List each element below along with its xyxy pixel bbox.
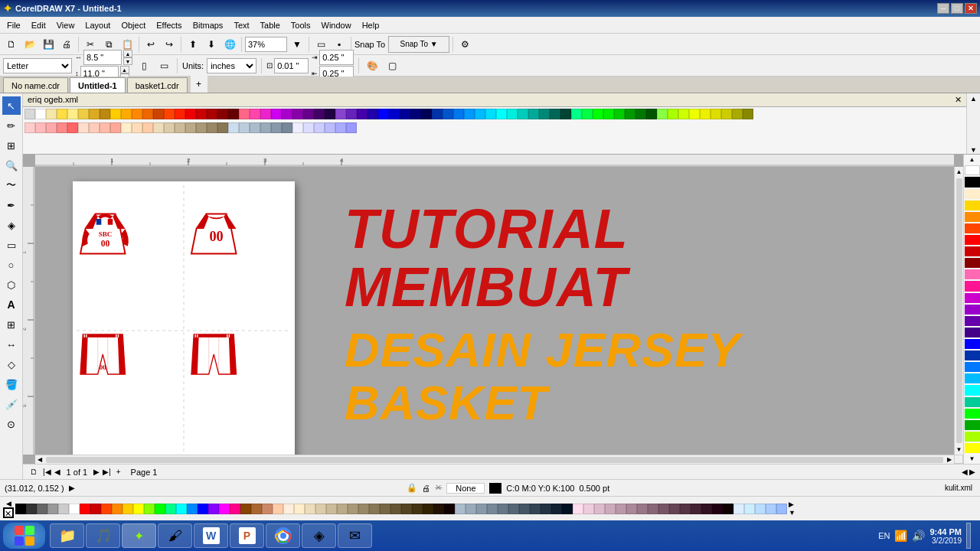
no-fill-swatch[interactable]: ✕: [3, 507, 14, 518]
bottom-palette-right-btn[interactable]: ▶: [789, 500, 795, 508]
bottom-swatch[interactable]: [626, 504, 637, 514]
swatch[interactable]: [142, 109, 153, 119]
bottom-swatch[interactable]: [380, 504, 390, 514]
bottom-swatch[interactable]: [519, 504, 530, 514]
menu-tools[interactable]: Tools: [286, 19, 316, 31]
bottom-swatch[interactable]: [433, 504, 444, 514]
bottom-swatch[interactable]: [530, 504, 541, 514]
nudge1-input[interactable]: 0.01 ": [274, 58, 309, 73]
bottom-swatch[interactable]: [680, 504, 691, 514]
palette-lightblue[interactable]: [965, 362, 980, 372]
taskbar-file-manager[interactable]: 📁: [50, 523, 84, 548]
bottom-swatch[interactable]: [476, 504, 487, 514]
swatch[interactable]: [303, 122, 314, 133]
swatch[interactable]: [603, 109, 614, 119]
bottom-swatch[interactable]: [605, 504, 616, 514]
bottom-swatch[interactable]: [733, 504, 744, 514]
new-button[interactable]: 🗋: [3, 36, 20, 53]
scroll-right-btn[interactable]: ▶: [945, 456, 954, 463]
coord-arrow[interactable]: ▶: [69, 484, 75, 492]
swatch[interactable]: [464, 109, 475, 119]
width-down[interactable]: ▼: [123, 57, 132, 65]
menu-text[interactable]: Text: [228, 19, 254, 31]
swatch[interactable]: [175, 122, 185, 133]
swatch[interactable]: [314, 122, 325, 133]
polygon-tool[interactable]: ⬡: [2, 276, 21, 294]
shape-tool[interactable]: ▭: [2, 236, 21, 254]
swatch[interactable]: [196, 122, 207, 133]
swatch[interactable]: [432, 109, 443, 119]
bottom-swatch[interactable]: [455, 504, 466, 514]
bottom-swatch[interactable]: [37, 504, 47, 514]
swatch[interactable]: [485, 109, 496, 119]
palette-red[interactable]: [965, 235, 980, 245]
swatch[interactable]: [743, 109, 753, 119]
bottom-swatch[interactable]: [240, 504, 251, 514]
page-bg-button[interactable]: 🎨: [364, 57, 381, 74]
height-up[interactable]: ▲: [120, 66, 129, 73]
outline-tool[interactable]: ⊙: [2, 415, 21, 433]
bottom-swatch[interactable]: [466, 504, 476, 514]
swatch[interactable]: [496, 109, 507, 119]
undo-button[interactable]: ↩: [142, 36, 159, 53]
bottom-swatch[interactable]: [573, 504, 583, 514]
bottom-swatch[interactable]: [712, 504, 723, 514]
bottom-swatch[interactable]: [26, 504, 37, 514]
select-tool[interactable]: ↖: [2, 96, 21, 115]
palette-lightyellow[interactable]: [965, 189, 980, 199]
bottom-swatch[interactable]: [487, 504, 498, 514]
swatch[interactable]: [89, 122, 100, 133]
swatch[interactable]: [121, 122, 132, 133]
bottom-swatch[interactable]: [208, 504, 219, 514]
scroll-up-btn[interactable]: ▲: [956, 167, 962, 177]
palette-orangered[interactable]: [965, 223, 980, 233]
interactive-tool[interactable]: ◇: [2, 355, 21, 373]
menu-bitmaps[interactable]: Bitmaps: [188, 19, 229, 31]
bottom-swatch[interactable]: [326, 504, 337, 514]
swatch[interactable]: [153, 122, 164, 133]
swatch[interactable]: [700, 109, 710, 119]
bottom-swatch[interactable]: [412, 504, 423, 514]
menu-edit[interactable]: Edit: [26, 19, 51, 31]
swatch[interactable]: [239, 122, 250, 133]
bottom-swatch[interactable]: [122, 504, 133, 514]
swatch[interactable]: [528, 109, 539, 119]
page-border-button[interactable]: ▢: [384, 57, 400, 74]
swatch[interactable]: [582, 109, 593, 119]
tab-untitled[interactable]: Untitled-1: [70, 77, 126, 93]
h-scrollbar[interactable]: ◀ ▶: [35, 455, 954, 464]
print-button[interactable]: 🖨: [58, 36, 75, 53]
swatch[interactable]: [121, 109, 132, 119]
publish-button[interactable]: 🌐: [221, 36, 238, 53]
palette-gold[interactable]: [965, 201, 980, 210]
palette-lime[interactable]: [965, 432, 980, 442]
bottom-swatch[interactable]: [390, 504, 401, 514]
scroll-down-btn[interactable]: ▼: [956, 445, 962, 455]
swatch[interactable]: [196, 109, 207, 119]
bottom-swatch[interactable]: [305, 504, 315, 514]
palette-cyan[interactable]: [965, 385, 980, 395]
width-input[interactable]: 8.5 ": [83, 50, 122, 65]
bottom-swatch[interactable]: [58, 504, 69, 514]
bottom-swatch[interactable]: [251, 504, 262, 514]
bottom-swatch[interactable]: [69, 504, 80, 514]
bottom-swatch[interactable]: [15, 504, 26, 514]
bottom-swatch[interactable]: [369, 504, 380, 514]
swatch[interactable]: [678, 109, 689, 119]
crop-tool[interactable]: ⊞: [2, 136, 21, 155]
swatch[interactable]: [593, 109, 603, 119]
bottom-swatch[interactable]: [766, 504, 776, 514]
bottom-swatch[interactable]: [776, 504, 787, 514]
menu-object[interactable]: Object: [116, 19, 151, 31]
swatch[interactable]: [346, 109, 357, 119]
swatch[interactable]: [260, 122, 271, 133]
zoom-list-button[interactable]: ▼: [289, 36, 305, 53]
save-button[interactable]: 💾: [40, 36, 57, 53]
paper-size-select[interactable]: Letter: [3, 58, 72, 73]
swatch[interactable]: [67, 109, 78, 119]
swatch[interactable]: [518, 109, 528, 119]
bottom-swatch[interactable]: [230, 504, 240, 514]
swatch[interactable]: [292, 109, 303, 119]
bottom-swatch[interactable]: [562, 504, 573, 514]
swatch[interactable]: [78, 122, 89, 133]
